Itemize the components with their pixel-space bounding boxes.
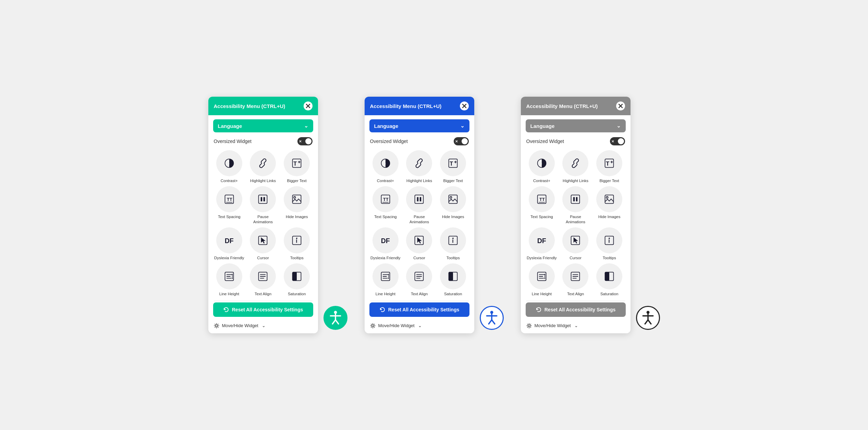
text-spacing-icon: T T bbox=[529, 186, 555, 212]
svg-line-38 bbox=[332, 320, 335, 324]
text-align-icon bbox=[406, 263, 432, 289]
tooltips-icon: i bbox=[440, 227, 466, 253]
svg-text:i: i bbox=[608, 238, 610, 244]
contrast-label: Contrast+ bbox=[377, 178, 394, 183]
svg-text:DF: DF bbox=[224, 237, 233, 244]
chevron-down-small-icon: ⌄ bbox=[574, 323, 578, 328]
language-label: Language bbox=[530, 123, 555, 129]
grid-item-tooltips[interactable]: i Tooltips bbox=[438, 227, 469, 261]
svg-rect-94 bbox=[573, 197, 575, 201]
reset-label: Reset All Accessibility Settings bbox=[232, 307, 303, 312]
panel-wrapper-gray: Accessibility Menu (CTRL+U) Language ⌄ O… bbox=[521, 97, 660, 333]
widget-panel-green: Accessibility Menu (CTRL+U) Language ⌄ O… bbox=[208, 97, 318, 333]
grid-item-hide-images[interactable]: Hide Images bbox=[594, 186, 625, 225]
grid-item-text-spacing[interactable]: T T Text Spacing bbox=[370, 186, 401, 225]
close-button[interactable] bbox=[304, 101, 313, 110]
grid-item-bigger-text[interactable]: T Bigger Text bbox=[438, 150, 469, 183]
reset-button[interactable]: Reset All Accessibility Settings bbox=[369, 302, 469, 317]
highlight-links-label: Highlight Links bbox=[563, 178, 588, 183]
text-spacing-icon: T T bbox=[216, 186, 242, 212]
language-dropdown[interactable]: Language ⌄ bbox=[526, 119, 626, 132]
pause-animations-icon bbox=[250, 186, 276, 212]
grid-item-saturation[interactable]: Saturation bbox=[594, 263, 625, 297]
language-dropdown[interactable]: Language ⌄ bbox=[369, 119, 469, 132]
grid-item-dyslexia-friendly[interactable]: DF Dyslexia Friendly bbox=[214, 227, 245, 261]
line-height-label: Line Height bbox=[219, 291, 239, 297]
grid-item-dyslexia-friendly[interactable]: DF Dyslexia Friendly bbox=[370, 227, 401, 261]
grid-item-line-height[interactable]: Line Height bbox=[214, 263, 245, 297]
grid-item-highlight-links[interactable]: Highlight Links bbox=[560, 150, 591, 183]
line-height-label: Line Height bbox=[532, 291, 552, 297]
svg-rect-73 bbox=[449, 272, 453, 280]
contrast-label: Contrast+ bbox=[221, 178, 238, 183]
grid-item-text-align[interactable]: Text Align bbox=[404, 263, 435, 297]
contrast-icon bbox=[372, 150, 399, 176]
oversized-widget-toggle[interactable] bbox=[610, 137, 625, 145]
close-button[interactable] bbox=[616, 101, 625, 110]
svg-text:T: T bbox=[383, 197, 386, 202]
grid-item-hide-images[interactable]: Hide Images bbox=[281, 186, 313, 225]
tooltips-icon: i bbox=[596, 227, 622, 253]
grid-item-pause-animations[interactable]: Pause Animations bbox=[404, 186, 435, 225]
grid-item-bigger-text[interactable]: T Bigger Text bbox=[594, 150, 625, 183]
move-hide-widget-row[interactable]: Move/Hide Widget ⌄ bbox=[521, 321, 631, 333]
close-button[interactable] bbox=[460, 101, 469, 110]
grid-item-cursor[interactable]: Cursor bbox=[560, 227, 591, 261]
accessibility-fab[interactable] bbox=[636, 306, 660, 330]
grid-item-cursor[interactable]: Cursor bbox=[247, 227, 279, 261]
divider bbox=[370, 301, 469, 301]
move-hide-widget-row[interactable]: Move/Hide Widget ⌄ bbox=[365, 321, 474, 333]
grid-item-dyslexia-friendly[interactable]: DF Dyslexia Friendly bbox=[526, 227, 558, 261]
hide-images-icon bbox=[284, 186, 310, 212]
grid-item-contrast[interactable]: Contrast+ bbox=[214, 150, 245, 183]
text-align-label: Text Align bbox=[255, 291, 271, 297]
grid-item-highlight-links[interactable]: Highlight Links bbox=[404, 150, 435, 183]
grid-item-text-spacing[interactable]: T T Text Spacing bbox=[526, 186, 558, 225]
grid-item-line-height[interactable]: Line Height bbox=[526, 263, 558, 297]
grid-item-saturation[interactable]: Saturation bbox=[281, 263, 313, 297]
text-spacing-label: Text Spacing bbox=[374, 214, 397, 219]
svg-rect-56 bbox=[449, 195, 457, 204]
grid-item-pause-animations[interactable]: Pause Animations bbox=[247, 186, 279, 225]
oversized-widget-row: Oversized Widget bbox=[208, 135, 318, 149]
chevron-down-small-icon: ⌄ bbox=[262, 323, 266, 328]
grid-item-contrast[interactable]: Contrast+ bbox=[526, 150, 558, 183]
svg-point-102 bbox=[609, 238, 610, 239]
reset-icon bbox=[223, 307, 229, 313]
move-hide-widget-row[interactable]: Move/Hide Widget ⌄ bbox=[208, 321, 318, 333]
accessibility-fab[interactable] bbox=[480, 306, 504, 330]
grid-item-text-align[interactable]: Text Align bbox=[247, 263, 279, 297]
panel-title: Accessibility Menu (CTRL+U) bbox=[370, 103, 442, 109]
grid-item-contrast[interactable]: Contrast+ bbox=[370, 150, 401, 183]
grid-item-hide-images[interactable]: Hide Images bbox=[438, 186, 469, 225]
oversized-widget-toggle[interactable] bbox=[454, 137, 469, 145]
grid-item-pause-animations[interactable]: Pause Animations bbox=[560, 186, 591, 225]
oversized-widget-row: Oversized Widget bbox=[365, 135, 474, 149]
oversized-widget-label: Oversized Widget bbox=[214, 139, 252, 144]
grid-item-text-spacing[interactable]: T T Text Spacing bbox=[214, 186, 245, 225]
bigger-text-label: Bigger Text bbox=[443, 178, 463, 183]
grid-item-tooltips[interactable]: i Tooltips bbox=[594, 227, 625, 261]
panel-header: Accessibility Menu (CTRL+U) bbox=[521, 97, 631, 115]
grid-item-line-height[interactable]: Line Height bbox=[370, 263, 401, 297]
accessibility-fab[interactable] bbox=[323, 306, 347, 330]
svg-rect-13 bbox=[259, 195, 267, 204]
reset-icon bbox=[536, 307, 542, 313]
grid-item-bigger-text[interactable]: T Bigger Text bbox=[281, 150, 313, 183]
language-dropdown[interactable]: Language ⌄ bbox=[213, 119, 313, 132]
svg-text:T: T bbox=[542, 197, 545, 202]
chevron-down-small-icon: ⌄ bbox=[418, 323, 422, 328]
saturation-label: Saturation bbox=[444, 291, 462, 297]
reset-button[interactable]: Reset All Accessibility Settings bbox=[526, 302, 626, 317]
grid-item-cursor[interactable]: Cursor bbox=[404, 227, 435, 261]
grid-item-highlight-links[interactable]: Highlight Links bbox=[247, 150, 279, 183]
grid-item-text-align[interactable]: Text Align bbox=[560, 263, 591, 297]
svg-text:T: T bbox=[230, 197, 232, 202]
grid-item-tooltips[interactable]: i Tooltips bbox=[281, 227, 313, 261]
svg-text:T: T bbox=[293, 161, 297, 167]
svg-rect-33 bbox=[293, 272, 297, 280]
grid-item-saturation[interactable]: Saturation bbox=[438, 263, 469, 297]
dyslexia-friendly-label: Dyslexia Friendly bbox=[214, 255, 244, 261]
reset-button[interactable]: Reset All Accessibility Settings bbox=[213, 302, 313, 317]
oversized-widget-toggle[interactable] bbox=[297, 137, 313, 145]
